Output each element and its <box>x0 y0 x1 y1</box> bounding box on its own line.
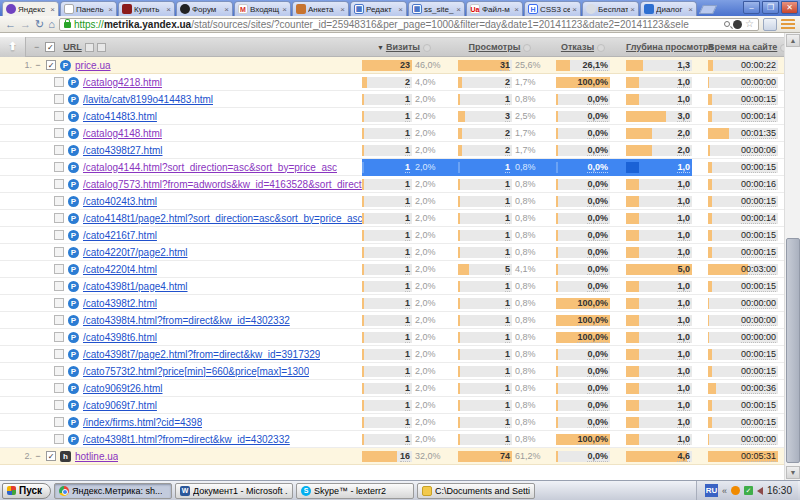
url-column-header[interactable]: URL <box>63 42 82 52</box>
url-link[interactable]: price.ua <box>75 60 111 71</box>
url-link[interactable]: /lavita/catv8199o414483.html <box>83 94 213 105</box>
maximize-button[interactable]: ❐ <box>762 1 779 14</box>
row-checkbox[interactable] <box>54 400 64 410</box>
row-checkbox[interactable]: ✓ <box>46 60 56 70</box>
tab-close-icon[interactable]: × <box>108 5 113 14</box>
antivirus-tray-icon[interactable]: ✓ <box>744 486 753 495</box>
taskbar-task-button[interactable]: C:\Documents and Settin... <box>417 483 535 499</box>
url-link[interactable]: /cato9069t7.html <box>83 400 157 411</box>
url-link[interactable]: /cato4024t3.html <box>83 196 157 207</box>
collapse-toggle[interactable]: − <box>32 451 44 461</box>
column-help-icon[interactable] <box>597 44 605 52</box>
depth-column-header[interactable]: Глубина просмотра <box>610 42 692 52</box>
tab-close-icon[interactable]: × <box>282 5 287 14</box>
tab-close-icon[interactable]: × <box>456 5 461 14</box>
row-checkbox[interactable] <box>54 94 64 104</box>
tray-chevron-icon[interactable]: « <box>722 486 727 496</box>
browser-tab[interactable]: Панель× <box>60 1 117 16</box>
select-all-checkbox[interactable]: ✓ <box>45 42 55 52</box>
scroll-up-icon[interactable]: ▲ <box>786 34 800 47</box>
row-checkbox[interactable] <box>54 145 64 155</box>
collapse-toggle[interactable]: − <box>32 60 44 70</box>
vertical-scrollbar[interactable]: ▲ ▼ <box>784 33 800 480</box>
browser-tab[interactable]: ▦ss_site_× <box>408 1 465 16</box>
browser-tab[interactable]: HCSS3 се× <box>524 1 581 16</box>
new-tab-button[interactable] <box>699 5 717 14</box>
row-checkbox[interactable] <box>54 264 64 274</box>
url-link[interactable]: /cato4398t1/page4.html <box>83 281 188 292</box>
url-settings-icon[interactable] <box>97 43 106 52</box>
forward-button[interactable]: → <box>20 19 31 30</box>
url-link[interactable]: /cato4148t1/page2.html?sort_direction=as… <box>83 213 362 224</box>
row-checkbox[interactable] <box>54 179 64 189</box>
url-link[interactable]: /cato4216t7.html <box>83 230 157 241</box>
reload-button[interactable]: ↻ <box>35 19 44 30</box>
bookmark-star-icon[interactable]: ☆ <box>745 19 754 29</box>
time-column-header[interactable]: Время на сайте <box>692 42 784 52</box>
browser-tab[interactable]: MВходящ× <box>234 1 291 16</box>
tab-close-icon[interactable]: × <box>166 5 171 14</box>
url-link[interactable]: /cato4148t3.html <box>83 111 157 122</box>
scrollbar-thumb[interactable] <box>786 238 800 463</box>
row-checkbox[interactable]: ✓ <box>46 451 56 461</box>
row-checkbox[interactable] <box>54 213 64 223</box>
url-filter-icon[interactable] <box>85 43 94 52</box>
url-link[interactable]: /catalog4144.html?sort_direction=asc&sor… <box>83 162 337 173</box>
bounce-column-header[interactable]: Отказы <box>542 42 610 52</box>
row-checkbox[interactable] <box>54 230 64 240</box>
url-link[interactable]: /catalog4218.html <box>83 77 162 88</box>
row-checkbox[interactable] <box>54 162 64 172</box>
browser-tab[interactable]: Бесплат× <box>582 1 639 16</box>
screenshot-extension-icon[interactable] <box>763 18 777 31</box>
row-checkbox[interactable] <box>54 77 64 87</box>
tray-app-icon[interactable] <box>731 486 740 495</box>
back-button[interactable]: ← <box>5 19 16 30</box>
tab-close-icon[interactable]: × <box>224 5 229 14</box>
row-checkbox[interactable] <box>54 315 64 325</box>
browser-tab[interactable]: Яндекс× <box>2 1 59 16</box>
address-bar[interactable]: https://metrika.yandex.ua/stat/sources/s… <box>59 18 759 31</box>
browser-tab[interactable]: Купить× <box>118 1 175 16</box>
scroll-down-icon[interactable]: ▼ <box>786 466 800 479</box>
browser-tab[interactable]: ▦Редакт× <box>350 1 407 16</box>
url-link[interactable]: /cato4398t6.html <box>83 332 157 343</box>
row-checkbox[interactable] <box>54 196 64 206</box>
collapse-all-toggle[interactable]: − <box>34 42 39 52</box>
tab-close-icon[interactable]: × <box>572 5 577 14</box>
chrome-menu-icon[interactable] <box>781 19 795 30</box>
row-checkbox[interactable] <box>54 332 64 342</box>
browser-tab[interactable]: Диалог× <box>640 1 697 16</box>
taskbar-task-button[interactable]: WДокумент1 - Microsoft ... <box>175 483 293 499</box>
tab-close-icon[interactable]: × <box>688 5 693 14</box>
minimize-button[interactable]: – <box>743 1 760 14</box>
row-checkbox[interactable] <box>54 111 64 121</box>
volume-icon[interactable] <box>757 487 763 495</box>
row-checkbox[interactable] <box>54 383 64 393</box>
start-button[interactable]: Пуск <box>2 483 51 499</box>
tab-close-icon[interactable]: × <box>50 5 55 14</box>
row-checkbox[interactable] <box>54 298 64 308</box>
url-link[interactable]: /cato4220t4.html <box>83 264 157 275</box>
browser-tab[interactable]: UaФайл-м× <box>466 1 523 16</box>
browser-tab[interactable]: Форум× <box>176 1 233 16</box>
up-level-button[interactable]: ⬆ <box>0 37 26 57</box>
views-column-header[interactable]: Просмотры <box>446 42 542 52</box>
row-checkbox[interactable] <box>54 128 64 138</box>
url-link[interactable]: /cato7573t2.html?price[min]=660&price[ma… <box>83 366 309 377</box>
url-link[interactable]: /cato9069t26.html <box>83 383 163 394</box>
tab-close-icon[interactable]: × <box>340 5 345 14</box>
visits-column-header[interactable]: ▼Визиты <box>362 42 446 52</box>
url-link[interactable]: /cato4398t7/page2.html?from=direct&kw_id… <box>83 349 320 360</box>
url-link[interactable]: /catalog7573.html?from=adwords&kw_id=416… <box>83 179 362 190</box>
url-link[interactable]: hotline.ua <box>75 451 118 462</box>
close-button[interactable]: ✕ <box>781 1 798 14</box>
url-link[interactable]: /cato4398t1.html?from=direct&kw_id=43023… <box>83 434 290 445</box>
taskbar-task-button[interactable]: SSkype™ - lexterr2 <box>296 483 414 499</box>
taskbar-task-button[interactable]: Яндекс.Метрика: sh... <box>54 483 172 499</box>
url-link[interactable]: /cato4398t27.html <box>83 145 163 156</box>
home-button[interactable]: ⌂ <box>48 19 55 30</box>
tab-close-icon[interactable]: × <box>514 5 519 14</box>
row-checkbox[interactable] <box>54 349 64 359</box>
tab-close-icon[interactable]: × <box>398 5 403 14</box>
row-checkbox[interactable] <box>54 247 64 257</box>
